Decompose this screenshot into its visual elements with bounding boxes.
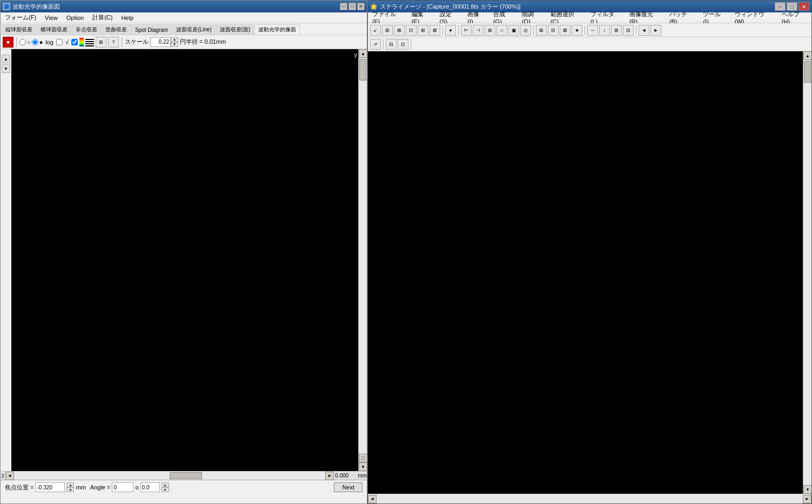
right-scroll-left-btn[interactable]: ◄	[368, 495, 377, 503]
rtb-btn-14[interactable]: ⊞	[536, 25, 547, 36]
tab-wavefront-line[interactable]: 波面収差(Line)	[172, 24, 216, 35]
status-row: 焦点位置 = ▲ ▼ mm Angle = o ▲ ▼ Next	[1, 480, 367, 494]
scale-spin-btns: ▲ ▼	[171, 37, 178, 47]
z-label: z	[2, 473, 4, 479]
rtb-btn-21[interactable]: ⊟	[623, 25, 634, 36]
right-toolbar-1: ↙ ⊞ ⊠ ⊡ ⊞ ⊠ ● ⊢ ⊣ ⊞ ☆ ▣ ◎ ⊞ ⊟ ⊠ ★ ↔ ↕ ⊞ …	[368, 23, 811, 37]
focus-spin: ▲ ▼	[66, 482, 74, 492]
scrollbar-track-v[interactable]	[359, 58, 367, 454]
rtb2-btn-3[interactable]: ⊡	[398, 39, 408, 50]
tab-longitudinal[interactable]: 縦球面収差	[2, 24, 36, 35]
angle-input2[interactable]	[140, 482, 160, 492]
rtb-btn-20[interactable]: ⊞	[611, 25, 622, 36]
rtb-btn-2[interactable]: ⊞	[382, 25, 393, 36]
rtb-btn-16[interactable]: ⊠	[560, 25, 571, 36]
grid-icon	[85, 38, 94, 46]
scrollbar-corner-btn[interactable]: □	[359, 454, 367, 462]
focus-up-btn[interactable]: ▲	[66, 482, 74, 487]
right-scroll-up-btn[interactable]: ▲	[803, 51, 811, 60]
toolbar: ■ ○ ● log √ ⊞ ? スケール ▲ ▼ 円半径 = 0.01mm	[1, 35, 367, 49]
rtb-btn-13[interactable]: ◎	[520, 25, 531, 36]
right-scroll-right-btn[interactable]: ►	[803, 495, 811, 503]
radio-filled[interactable]	[32, 39, 38, 45]
menu-help[interactable]: Help	[119, 14, 136, 22]
degree-label: o	[135, 484, 138, 490]
rtb-btn-11[interactable]: ☆	[496, 25, 507, 36]
right-scroll-down-btn[interactable]: ▼	[803, 485, 811, 494]
focus-down-btn[interactable]: ▼	[66, 487, 74, 492]
focus-label: 焦点位置 =	[5, 483, 33, 492]
optical-canvas-area: y	[11, 49, 358, 471]
tab-distortion[interactable]: 歪曲収差	[102, 24, 131, 35]
rtb-btn-7[interactable]: ●	[445, 25, 456, 36]
tab-astigmatism[interactable]: 非点収差	[72, 24, 101, 35]
right-scroll-thumb	[804, 61, 811, 83]
rtb-btn-15[interactable]: ⊟	[548, 25, 559, 36]
left-close-btn[interactable]: ✕	[357, 3, 365, 10]
rtb-btn-8[interactable]: ⊢	[461, 25, 472, 36]
rtb-btn-5[interactable]: ⊞	[418, 25, 428, 36]
radio-circle[interactable]	[19, 39, 26, 45]
scrollbar-h-track[interactable]	[14, 472, 325, 480]
color-bar-1	[79, 38, 84, 46]
scroll-left-btn[interactable]: ◄	[5, 472, 14, 480]
tab-wavefront-surface[interactable]: 波面収差(面)	[216, 24, 254, 35]
rtb2-btn-1[interactable]: ↗	[370, 39, 381, 50]
rtb-btn-4[interactable]: ⊡	[406, 25, 417, 36]
rtb-btn-19[interactable]: ↕	[599, 25, 610, 36]
rtb-btn-10[interactable]: ⊞	[485, 25, 495, 36]
focus-input[interactable]	[35, 482, 65, 492]
rtb-btn-12[interactable]: ▣	[508, 25, 519, 36]
scroll-right-btn[interactable]: ►	[325, 472, 334, 480]
tab-spot[interactable]: Spot Diagram	[131, 24, 172, 35]
rtb-btn-18[interactable]: ↔	[587, 25, 598, 36]
red-square-btn[interactable]: ■	[3, 37, 14, 48]
toolbar-btn-4[interactable]: ?	[108, 37, 119, 48]
scale-up-btn[interactable]: ▲	[171, 37, 178, 42]
left-minimize-btn[interactable]: ─	[340, 3, 347, 10]
right-scroll-track[interactable]	[803, 60, 811, 485]
scrollbar-down-btn[interactable]: ▼	[359, 462, 367, 471]
toolbar-btn-3[interactable]: ⊞	[96, 37, 106, 48]
rtb-btn-22[interactable]: ◄	[639, 25, 649, 36]
angle-input[interactable]	[112, 482, 133, 492]
rtb-btn-23[interactable]: ►	[650, 25, 661, 36]
menu-view[interactable]: View	[43, 14, 60, 22]
rtb-btn-17[interactable]: ★	[572, 25, 582, 36]
focus-field: 焦点位置 = ▲ ▼ mm	[5, 482, 86, 492]
log-label: log	[45, 39, 53, 45]
right-main: ▲ ▼	[368, 51, 811, 494]
tabs-bar: 縦球面収差 横球面収差 非点収差 歪曲収差 Spot Diagram 波面収差(…	[1, 23, 367, 35]
scrollbar-v-right: ▲ □ ▼	[358, 49, 367, 471]
scale-input[interactable]	[150, 37, 171, 47]
tab-transverse[interactable]: 横球面収差	[37, 24, 71, 35]
rtb2-btn-2[interactable]: ⊟	[386, 39, 397, 50]
scale-down-btn[interactable]: ▼	[171, 42, 178, 47]
angle-down-btn[interactable]: ▼	[162, 487, 169, 492]
right-scrollbar-h: ◄ ►	[368, 495, 811, 503]
right-scrollbar-h-track[interactable]	[377, 495, 803, 503]
rtb-btn-6[interactable]: ⊠	[430, 25, 440, 36]
rtb2-sep2	[411, 39, 411, 49]
scrollbar-up-btn[interactable]: ▲	[359, 49, 367, 58]
rtb-btn-1[interactable]: ↙	[370, 25, 381, 36]
menu-form[interactable]: フォーム(F)	[3, 13, 38, 22]
rtb-btn-9[interactable]: ⊣	[473, 25, 484, 36]
scroll-down-btn[interactable]: ▼	[2, 64, 10, 73]
left-title-controls: ─ □ ✕	[340, 3, 365, 10]
rtb-sep2	[458, 25, 459, 35]
right-menu-bar: ファイル(F) 編集(E) 設定(S) 画像(I) 合成(G) 階調(O) 範囲…	[368, 12, 811, 23]
rtb-btn-3[interactable]: ⊠	[394, 25, 405, 36]
menu-calc[interactable]: 計算(C)	[90, 13, 115, 22]
fits-canvas[interactable]	[368, 51, 803, 494]
tab-wave-optics[interactable]: 波動光学的像面	[254, 24, 300, 35]
optical-canvas[interactable]	[11, 49, 358, 471]
left-maximize-btn[interactable]: □	[348, 3, 356, 10]
menu-option[interactable]: Option	[64, 14, 86, 22]
scale-label: スケール	[125, 38, 149, 46]
next-button[interactable]: Next	[334, 482, 363, 492]
scroll-up-btn[interactable]: ▲	[2, 55, 10, 63]
angle-up-btn[interactable]: ▲	[162, 482, 169, 487]
sqrt-checkbox[interactable]	[71, 39, 78, 45]
log-checkbox[interactable]	[56, 39, 63, 45]
